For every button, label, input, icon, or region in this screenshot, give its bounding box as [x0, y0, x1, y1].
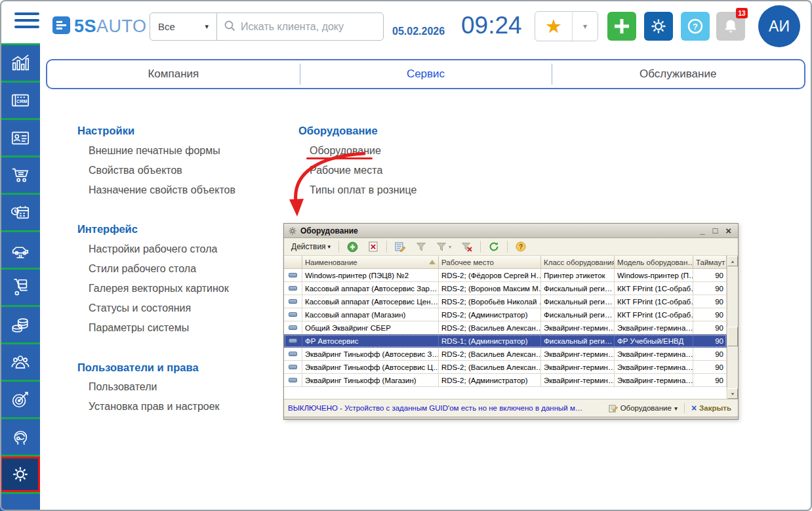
- minimize-button[interactable]: _: [700, 228, 704, 234]
- sidebar-item-next[interactable]: [0, 494, 40, 511]
- table-row[interactable]: Кассовый аппарат (Магазин) RDS-2; (Админ…: [284, 308, 727, 321]
- scrollbar-thumb[interactable]: [727, 327, 738, 346]
- sidebar-item-sales[interactable]: [0, 157, 40, 193]
- chevron-down-icon: ▾: [205, 22, 209, 31]
- scroll-down-button[interactable]: ▼: [727, 388, 738, 399]
- question-icon: ?: [686, 17, 704, 35]
- sidebar-item-finance[interactable]: [0, 307, 40, 342]
- table-row[interactable]: Windows-принтер (ПЭЦ8) №2 RDS-2; (Фёдоро…: [284, 269, 727, 282]
- close-window-button[interactable]: ×: [725, 228, 731, 234]
- menu-link-vector-gallery[interactable]: Галерея векторных картинок: [89, 283, 229, 295]
- notifications-button[interactable]: 13: [716, 12, 745, 41]
- sidebar-item-autoservice[interactable]: [0, 232, 40, 268]
- item-icon: [289, 338, 297, 343]
- equipment-menu-button[interactable]: Оборудование ▾: [606, 403, 680, 414]
- column-timeout[interactable]: Таймаут: [693, 256, 727, 269]
- sidebar-item-crm[interactable]: CRM: [0, 83, 40, 118]
- column-model[interactable]: Модель оборудован…: [615, 256, 693, 269]
- sidebar-item-contacts[interactable]: [0, 120, 40, 155]
- item-icon: [289, 312, 297, 317]
- window-resize-edge[interactable]: [284, 417, 738, 419]
- sidebar-item-warehouse[interactable]: [0, 270, 40, 305]
- table-row[interactable]: Общий Эквайринг СБЕР RDS-2; (Васильев Ал…: [284, 321, 727, 335]
- menu-link-object-properties[interactable]: Свойства объектов: [89, 165, 182, 176]
- item-icon: [289, 352, 297, 356]
- table-row[interactable]: Эквайринг Тинькофф (Автосервис З… RDS-2;…: [284, 348, 727, 361]
- menu-toggle-button[interactable]: [14, 12, 39, 31]
- sidebar-item-marketing[interactable]: [0, 382, 40, 417]
- avatar-initials: АИ: [769, 18, 790, 35]
- menu-link-retail-payment-types[interactable]: Типы оплат в рознице: [310, 184, 416, 196]
- support-headset-icon: [10, 427, 30, 447]
- table-header-row: Наименование Рабочее место Класс оборудо…: [284, 256, 727, 269]
- menu-link-workplaces[interactable]: Рабочие места: [310, 165, 382, 176]
- target-icon: [10, 390, 30, 409]
- section-title-users-rights: Пользователи и права: [77, 361, 199, 374]
- sidebar-item-analytics[interactable]: [0, 45, 40, 81]
- tab-maintenance[interactable]: Обслуживание: [552, 60, 804, 88]
- menu-link-external-print-forms[interactable]: Внешние печатные формы: [89, 145, 220, 157]
- filter-settings-button: ▾: [433, 240, 455, 254]
- menu-link-equipment[interactable]: Оборудование: [310, 145, 381, 157]
- search-scope-select[interactable]: Все ▾: [150, 13, 217, 40]
- actions-menu-button[interactable]: Действия ▾: [288, 240, 334, 253]
- help-button[interactable]: ?: [681, 12, 710, 41]
- scrollbar-track[interactable]: [727, 266, 738, 388]
- table-row-selected[interactable]: ФР Автосервис RDS-1; (Администратор) Фис…: [284, 335, 727, 348]
- chevron-down-icon: ▾: [674, 405, 678, 412]
- table-row[interactable]: Эквайринг Тинькофф (Автосервис Ц… RDS-2;…: [284, 361, 727, 374]
- search-bar: Все ▾: [150, 12, 384, 41]
- funnel-icon: [416, 242, 426, 252]
- window-title: Оборудование: [300, 226, 697, 235]
- vertical-scrollbar[interactable]: ▲ ▼: [727, 256, 738, 399]
- menu-link-system-parameters[interactable]: Параметры системы: [89, 322, 189, 334]
- favorites-control: ★ ▾: [535, 11, 598, 41]
- help-button-window[interactable]: ?: [512, 239, 529, 254]
- menu-link-property-assignment[interactable]: Назначение свойств объектов: [89, 184, 235, 196]
- search-input[interactable]: [241, 21, 376, 33]
- table-row[interactable]: Эквайринг Тинькофф (Магазин) RDS-2; (Адм…: [284, 374, 727, 387]
- sidebar-item-planner[interactable]: [0, 195, 40, 230]
- column-row-marker[interactable]: [284, 256, 302, 269]
- window-toolbar: Действия ▾ ▾: [284, 238, 738, 256]
- maximize-button[interactable]: □: [712, 228, 718, 234]
- sidebar-item-team[interactable]: [0, 344, 40, 380]
- favorites-button[interactable]: ★: [535, 12, 573, 41]
- item-icon: [289, 378, 297, 382]
- add-row-button[interactable]: [344, 239, 361, 255]
- logo-text-light: AUTO: [96, 16, 147, 36]
- table-row[interactable]: Кассовый аппарат (Автосервис Цен… RDS-2;…: [284, 295, 727, 308]
- column-class[interactable]: Класс оборудования: [541, 256, 615, 269]
- svg-text:?: ?: [519, 243, 523, 251]
- menu-link-users[interactable]: Пользователи: [89, 381, 157, 393]
- sidebar-item-support[interactable]: [0, 419, 40, 455]
- sidebar-item-settings[interactable]: [0, 457, 40, 492]
- notification-badge: 13: [736, 8, 748, 18]
- current-time: 09:24: [461, 12, 522, 39]
- menu-link-desktop-settings[interactable]: Настройки рабочего стола: [89, 243, 217, 255]
- logo-icon: [52, 16, 70, 37]
- delete-row-button[interactable]: [365, 239, 382, 254]
- star-icon: ★: [545, 15, 562, 37]
- scroll-up-button[interactable]: ▲: [727, 256, 738, 266]
- close-button[interactable]: × Закрыть: [689, 401, 734, 415]
- menu-link-rights-setup[interactable]: Установка прав и настроек: [89, 401, 220, 413]
- refresh-button[interactable]: [485, 239, 502, 254]
- menu-link-desktop-styles[interactable]: Стили рабочего стола: [89, 263, 196, 275]
- quick-settings-button[interactable]: [644, 12, 673, 41]
- user-avatar[interactable]: АИ: [758, 5, 800, 47]
- item-icon: [289, 286, 297, 291]
- table-row[interactable]: Кассовый аппарат (Автосервис Зар… RDS-2;…: [284, 282, 727, 295]
- add-button[interactable]: [607, 12, 636, 41]
- tab-service[interactable]: Сервис: [300, 60, 552, 88]
- item-icon: [289, 365, 297, 369]
- clear-filter-button[interactable]: [458, 240, 476, 254]
- column-name[interactable]: Наименование: [302, 256, 439, 269]
- tab-company[interactable]: Компания: [47, 60, 300, 88]
- column-workplace[interactable]: Рабочее место: [439, 256, 541, 269]
- item-icon: [289, 325, 297, 330]
- favorites-dropdown-button[interactable]: ▾: [573, 12, 598, 41]
- menu-link-statuses[interactable]: Статусы и состояния: [89, 302, 191, 314]
- list-setup-button[interactable]: [392, 239, 409, 254]
- actions-label: Действия: [291, 242, 326, 251]
